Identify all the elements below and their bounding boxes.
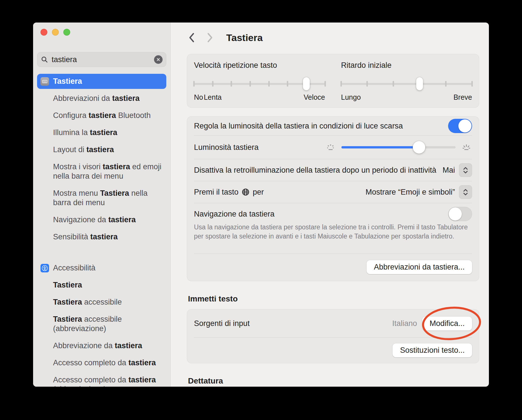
initial-delay-label-short: Breve <box>454 93 472 101</box>
sidebar-item[interactable]: Navigazione da tastiera <box>37 212 166 227</box>
input-sources-row: Sorgenti di input Italiano Modifica... <box>194 309 472 337</box>
sidebar-item-label: Tastiera accessibile (abbreviazione) <box>53 315 163 333</box>
sidebar-item-label: Sensibilità tastiera <box>53 232 118 242</box>
sidebar-item[interactable]: Layout di tastiera <box>37 142 166 157</box>
minimize-button[interactable] <box>52 29 59 36</box>
keyboard-brightness-slider[interactable] <box>341 141 456 154</box>
input-sources-label: Sorgenti di input <box>194 319 250 328</box>
repeat-rate-label-fast: Veloce <box>304 93 325 101</box>
sidebar-item[interactable]: Abbreviazione da tastiera <box>37 338 166 353</box>
input-sources-value: Italiano <box>392 319 417 328</box>
text-substitutions-button[interactable]: Sostituzioni testo... <box>392 343 472 357</box>
repeat-rate-label-no: No <box>194 93 203 101</box>
sidebar-item[interactable]: Illumina la tastiera <box>37 125 166 140</box>
sidebar-item-label: Accesso completo da tastiera <box>53 358 156 368</box>
backlight-timeout-value: Mai <box>442 166 455 175</box>
backlight-timeout-row: Disattiva la retroilluminazione della ta… <box>194 159 472 181</box>
keyboard-brightness-label: Luminosità tastiera <box>194 143 259 152</box>
sidebar-item-label: Illumina la tastiera <box>53 128 117 137</box>
navigation-bar: Tastiera <box>187 31 479 44</box>
sidebar-item[interactable]: Configura tastiera Bluetooth <box>37 108 166 123</box>
sidebar-item[interactable]: Mostra i visori tastiera ed emoji nella … <box>37 159 166 184</box>
backlight-timeout-popup[interactable] <box>459 163 472 177</box>
text-input-section-header: Immetti testo <box>188 294 479 303</box>
back-button[interactable] <box>187 31 197 44</box>
text-substitutions-row: Sostituzioni testo... <box>194 337 472 363</box>
repeat-rate-slider[interactable] <box>194 77 325 90</box>
sidebar-item[interactable]: Mostra menu Tastiera nella barra dei men… <box>37 186 166 210</box>
slider-knob[interactable] <box>303 77 310 90</box>
keyboard-navigation-toggle[interactable] <box>448 207 472 221</box>
sidebar-item-label: Tastiera accessibile <box>53 297 122 307</box>
sidebar-item-label: Configura tastiera Bluetooth <box>53 111 151 120</box>
keyboard-shortcuts-button[interactable]: Abbreviazioni da tastiera... <box>367 260 472 274</box>
auto-brightness-label: Regola la luminosità della tastiera in c… <box>194 122 403 131</box>
sidebar-item[interactable]: Accessibilità <box>37 260 166 276</box>
dictation-section-header: Dettatura <box>188 376 479 386</box>
brightness-high-icon <box>461 141 472 154</box>
close-button[interactable] <box>41 29 47 36</box>
search-input[interactable] <box>51 55 151 64</box>
shortcuts-row: Abbreviazioni da tastiera... <box>194 254 472 281</box>
initial-delay-slider[interactable] <box>341 77 472 90</box>
initial-delay-label: Ritardo iniziale <box>341 61 472 70</box>
auto-brightness-row: Regola la luminosità della tastiera in c… <box>194 117 472 135</box>
edit-input-sources-button[interactable]: Modifica... <box>422 317 472 331</box>
initial-delay-label-long: Lungo <box>341 93 361 101</box>
accessibility-icon <box>41 264 49 272</box>
sidebar-item[interactable]: Tastiera accessibile <box>37 295 166 310</box>
repeat-rate-label-slow: Lenta <box>204 93 222 101</box>
auto-brightness-toggle[interactable] <box>448 119 472 133</box>
sidebar-item-label: Layout di tastiera <box>53 145 114 154</box>
sidebar-item-label: Abbreviazione da tastiera <box>53 341 142 350</box>
text-input-card: Sorgenti di input Italiano Modifica... S… <box>187 309 479 363</box>
keyboard-icon <box>41 77 49 86</box>
sidebar-item-label: Mostra menu Tastiera nella barra dei men… <box>53 189 163 207</box>
globe-key-value: Mostrare “Emoji e simboli” <box>365 188 455 197</box>
key-repeat-card: Velocità ripetizione tasto No Lenta Velo… <box>187 54 479 108</box>
sidebar-item-label: Abbreviazioni da tastiera <box>53 94 139 103</box>
sidebar-item-label: Accessibilità <box>53 263 96 273</box>
page-title: Tastiera <box>226 32 263 43</box>
keyboard-navigation-label: Navigazione da tastiera <box>194 210 274 219</box>
keyboard-navigation-row: Navigazione da tastiera Usa la navigazio… <box>194 203 472 254</box>
zoom-button[interactable] <box>63 29 70 36</box>
slider-knob[interactable] <box>416 77 423 90</box>
search-field[interactable] <box>37 52 166 67</box>
globe-key-label-prefix: Premi il tasto <box>194 188 238 197</box>
sidebar-item[interactable]: Accesso completo da tastiera <box>37 355 166 370</box>
window-controls <box>33 23 170 36</box>
repeat-rate-label: Velocità ripetizione tasto <box>194 61 325 70</box>
keyboard-navigation-description: Usa la navigazione da tastiera per spost… <box>194 223 472 241</box>
keyboard-brightness-row: Luminosità tastiera <box>194 135 472 159</box>
globe-key-popup[interactable] <box>459 185 472 199</box>
globe-key-row: Premi il tasto per Mostrare “E <box>194 181 472 203</box>
sidebar-item[interactable]: Accesso completo da tastiera (abbreviazi… <box>37 372 166 387</box>
sidebar: Tastiera <box>33 23 171 387</box>
sidebar-item-label: Navigazione da tastiera <box>53 215 136 225</box>
backlight-timeout-label: Disattiva la retroilluminazione della ta… <box>194 166 436 175</box>
initial-delay-group: Ritardo iniziale Lungo Breve <box>341 61 472 102</box>
sidebar-item-label: Accesso completo da tastiera (abbreviazi… <box>53 375 163 387</box>
globe-key-label-suffix: per <box>253 188 264 197</box>
main-pane: Tastiera Velocità ripetizione tasto No L… <box>171 23 489 387</box>
sidebar-item[interactable]: Abbreviazioni da tastiera <box>37 91 166 106</box>
sidebar-item[interactable]: Sensibilità tastiera <box>37 229 166 244</box>
sidebar-results-list: Tastiera <box>37 74 166 387</box>
system-settings-window: Tastiera <box>33 23 489 387</box>
repeat-rate-group: Velocità ripetizione tasto No Lenta Velo… <box>194 61 325 102</box>
clear-search-icon[interactable] <box>154 55 163 64</box>
search-icon <box>41 56 48 63</box>
backlight-card: Regola la luminosità della tastiera in c… <box>187 116 479 281</box>
screenshot-canvas: Tastiera <box>0 0 522 420</box>
sidebar-item[interactable]: Tastiera accessibile (abbreviazione) <box>37 312 166 336</box>
forward-button[interactable] <box>205 31 215 44</box>
sidebar-item-label: Tastiera <box>53 280 82 290</box>
globe-icon <box>241 188 250 196</box>
sidebar-item-label: Tastiera <box>53 77 82 86</box>
sidebar-item-label: Mostra i visori tastiera ed emoji nella … <box>53 162 163 181</box>
brightness-low-icon <box>325 141 336 154</box>
sidebar-item[interactable]: Tastiera <box>37 278 166 293</box>
sidebar-item[interactable]: Tastiera <box>37 74 166 89</box>
brightness-slider-knob[interactable] <box>413 141 425 154</box>
